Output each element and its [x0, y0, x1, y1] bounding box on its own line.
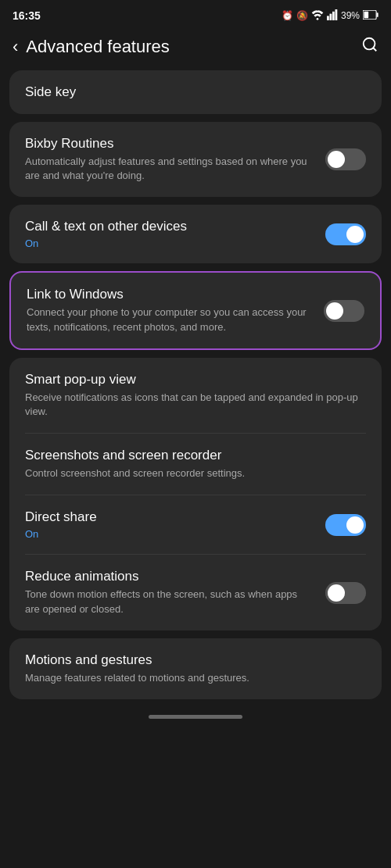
- reduce-animations-toggle-knob: [328, 584, 345, 602]
- call-text-row: Call & text on other devices On: [25, 219, 366, 249]
- reduce-animations-item[interactable]: Reduce animations Tone down motion effec…: [9, 555, 382, 630]
- status-bar: 16:35 ⏰ 🔕 39%: [0, 0, 391, 28]
- search-button[interactable]: [361, 36, 378, 58]
- nav-bar: [0, 707, 391, 723]
- header-left: ‹ Advanced features: [13, 37, 170, 57]
- motions-gestures-card[interactable]: Motions and gestures Manage features rel…: [9, 638, 382, 699]
- reduce-animations-toggle-slider: [325, 582, 366, 604]
- link-to-windows-title: Link to Windows: [27, 287, 311, 302]
- bixby-routines-toggle[interactable]: [325, 148, 366, 170]
- header: ‹ Advanced features: [0, 28, 391, 70]
- smart-popup-subtitle: Receive notifications as icons that can …: [25, 391, 366, 419]
- call-text-toggle-knob: [346, 226, 364, 243]
- svg-rect-1: [327, 16, 329, 20]
- svg-rect-7: [364, 11, 368, 18]
- status-icons: ⏰ 🔕 39%: [282, 9, 378, 23]
- bixby-routines-toggle-knob: [328, 151, 345, 168]
- svg-rect-6: [377, 13, 378, 17]
- direct-share-toggle-slider: [325, 514, 366, 536]
- screenshots-title: Screenshots and screen recorder: [25, 448, 366, 463]
- link-to-windows-text: Link to Windows Connect your phone to yo…: [27, 287, 324, 334]
- content-area: Side key Bixby Routines Automatically ad…: [0, 70, 391, 699]
- status-time: 16:35: [13, 9, 41, 22]
- link-to-windows-subtitle: Connect your phone to your computer so y…: [27, 305, 311, 334]
- call-text-title: Call & text on other devices: [25, 219, 313, 234]
- back-button[interactable]: ‹: [13, 37, 18, 57]
- call-text-text: Call & text on other devices On: [25, 219, 325, 249]
- wifi-icon: [311, 9, 324, 23]
- bixby-routines-title: Bixby Routines: [25, 136, 313, 152]
- battery-text: 39%: [341, 10, 360, 21]
- svg-rect-2: [329, 13, 332, 20]
- direct-share-title: Direct share: [25, 509, 313, 525]
- bixby-routines-card[interactable]: Bixby Routines Automatically adjust feat…: [9, 122, 382, 197]
- link-to-windows-toggle-slider: [324, 300, 364, 322]
- smart-popup-title: Smart pop-up view: [25, 372, 366, 388]
- alarm-icon: ⏰: [282, 10, 293, 21]
- direct-share-item[interactable]: Direct share On: [9, 495, 382, 554]
- side-key-card[interactable]: Side key: [9, 70, 382, 114]
- smart-popup-item[interactable]: Smart pop-up view Receive notifications …: [9, 358, 382, 433]
- nav-indicator: [149, 715, 242, 719]
- reduce-animations-subtitle: Tone down motion effects on the screen, …: [25, 588, 313, 616]
- svg-line-9: [373, 48, 376, 51]
- link-to-windows-row: Link to Windows Connect your phone to yo…: [27, 287, 364, 334]
- direct-share-toggle[interactable]: [325, 514, 366, 536]
- reduce-animations-row: Reduce animations Tone down motion effec…: [25, 569, 366, 616]
- call-text-toggle[interactable]: [325, 223, 366, 245]
- motions-gestures-subtitle: Manage features related to motions and g…: [25, 671, 366, 685]
- call-text-toggle-slider: [325, 223, 366, 245]
- screenshots-item[interactable]: Screenshots and screen recorder Control …: [9, 434, 382, 495]
- bixby-routines-subtitle: Automatically adjust features and settin…: [25, 155, 313, 183]
- mute-icon: 🔕: [296, 10, 308, 21]
- battery-icon: [363, 10, 378, 22]
- bixby-routines-row: Bixby Routines Automatically adjust feat…: [25, 136, 366, 183]
- direct-share-row: Direct share On: [25, 509, 366, 540]
- call-text-status: On: [25, 238, 313, 249]
- screenshots-subtitle: Control screenshot and screen recorder s…: [25, 466, 366, 480]
- direct-share-toggle-knob: [346, 516, 364, 534]
- svg-rect-3: [332, 11, 335, 20]
- reduce-animations-text: Reduce animations Tone down motion effec…: [25, 569, 325, 616]
- settings-group-card: Smart pop-up view Receive notifications …: [9, 358, 382, 630]
- svg-rect-4: [335, 9, 337, 20]
- motions-gestures-title: Motions and gestures: [25, 652, 366, 668]
- link-to-windows-toggle-knob: [326, 302, 343, 320]
- reduce-animations-title: Reduce animations: [25, 569, 313, 584]
- signal-icon: [327, 9, 338, 23]
- svg-point-8: [364, 38, 375, 50]
- direct-share-status: On: [25, 528, 313, 540]
- link-to-windows-card[interactable]: Link to Windows Connect your phone to yo…: [9, 271, 382, 349]
- reduce-animations-toggle[interactable]: [325, 582, 366, 604]
- link-to-windows-toggle[interactable]: [324, 300, 364, 322]
- page-title: Advanced features: [26, 37, 169, 57]
- direct-share-text: Direct share On: [25, 509, 325, 540]
- call-text-card[interactable]: Call & text on other devices On: [9, 205, 382, 263]
- bixby-routines-toggle-slider: [325, 148, 366, 170]
- bixby-routines-text: Bixby Routines Automatically adjust feat…: [25, 136, 325, 183]
- side-key-title: Side key: [25, 84, 76, 99]
- svg-point-0: [317, 18, 319, 20]
